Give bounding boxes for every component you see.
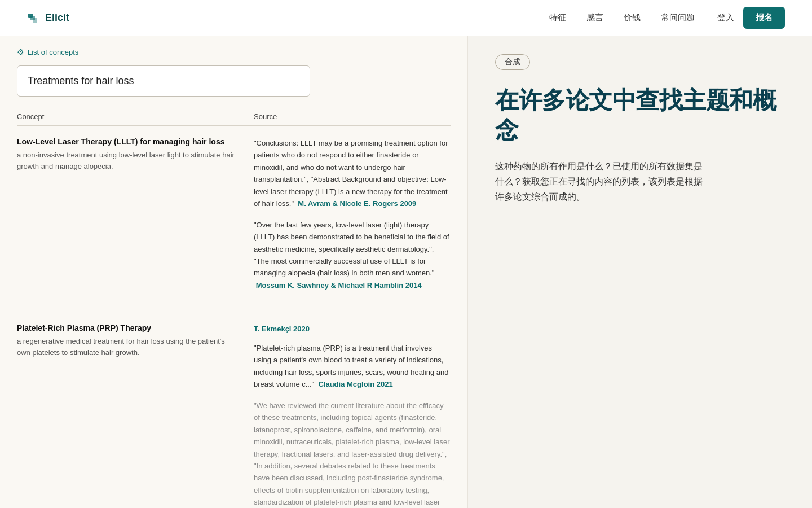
main-layout: ⚙ List of concepts Treatments for hair l… [0, 36, 812, 508]
source-link-1-1[interactable]: M. Avram & Nicole E. Rogers 2009 [298, 199, 416, 208]
nav-testimonials[interactable]: 感言 [586, 12, 603, 23]
signup-button[interactable]: 报名 [743, 7, 785, 29]
table-row: Low-Level Laser Therapy (LLLT) for manag… [17, 126, 451, 312]
breadcrumb[interactable]: ⚙ List of concepts [17, 47, 451, 56]
source-quote-1-2: "Over the last few years, low-level lase… [254, 219, 451, 292]
source-link-1-2[interactable]: Mossum K. Sawhney & Michael R Hamblin 20… [256, 281, 422, 290]
right-description: 这种药物的所有作用是什么？已使用的所有数据集是什么？获取您正在寻找的内容的列表，… [495, 159, 709, 205]
logo-text: Elicit [45, 12, 69, 24]
concept-title-1: Low-Level Laser Therapy (LLLT) for manag… [17, 137, 240, 146]
left-panel: ⚙ List of concepts Treatments for hair l… [0, 36, 468, 508]
right-heading: 在许多论文中查找主题和概念 [495, 86, 785, 145]
source-quote-2-3: "We have reviewed the current literature… [254, 400, 451, 508]
source-link-2-2[interactable]: Claudia Mcgloin 2021 [318, 380, 392, 388]
synthesis-badge: 合成 [495, 54, 530, 70]
source-link-standalone[interactable]: T. Ekmekçi 2020 [254, 323, 451, 335]
search-box: Treatments for hair loss [17, 65, 310, 97]
concept-title-2: Platelet-Rich Plasma (PRP) Therapy [17, 323, 240, 332]
login-link[interactable]: 登入 [717, 12, 734, 23]
source-cell-2: T. Ekmekçi 2020 "Platelet-rich plasma (P… [254, 323, 451, 508]
header-source: Source [254, 112, 451, 121]
source-cell-1: "Conclusions: LLLT may be a promising tr… [254, 137, 451, 300]
nav-faq[interactable]: 常问问题 [661, 12, 695, 23]
nav-features[interactable]: 特征 [549, 12, 566, 23]
list-icon: ⚙ [17, 47, 24, 56]
concept-cell-2: Platelet-Rich Plasma (PRP) Therapy a reg… [17, 323, 254, 508]
table-row-2: Platelet-Rich Plasma (PRP) Therapy a reg… [17, 312, 451, 508]
concept-cell-1: Low-Level Laser Therapy (LLLT) for manag… [17, 137, 254, 300]
nav-pricing[interactable]: 价钱 [624, 12, 641, 23]
breadcrumb-label: List of concepts [28, 48, 78, 56]
concept-desc-2: a regenerative medical treatment for hai… [17, 336, 240, 358]
svg-rect-2 [33, 18, 37, 23]
right-panel: 合成 在许多论文中查找主题和概念 这种药物的所有作用是什么？已使用的所有数据集是… [468, 36, 812, 508]
concept-desc-1: a non-invasive treatment using low-level… [17, 150, 240, 172]
source-quote-1-1: "Conclusions: LLLT may be a promising tr… [254, 137, 451, 210]
table-header: Concept Source [17, 112, 451, 126]
source-quote-2-2: "Platelet-rich plasma (PRP) is a treatme… [254, 342, 451, 391]
navbar-links: 特征 感言 价钱 常问问题 [549, 12, 695, 23]
logo[interactable]: Elicit [27, 11, 69, 25]
logo-icon [27, 11, 41, 25]
search-value: Treatments for hair loss [28, 75, 134, 86]
navbar: Elicit 特征 感言 价钱 常问问题 登入 报名 [0, 0, 812, 36]
header-concept: Concept [17, 112, 254, 121]
